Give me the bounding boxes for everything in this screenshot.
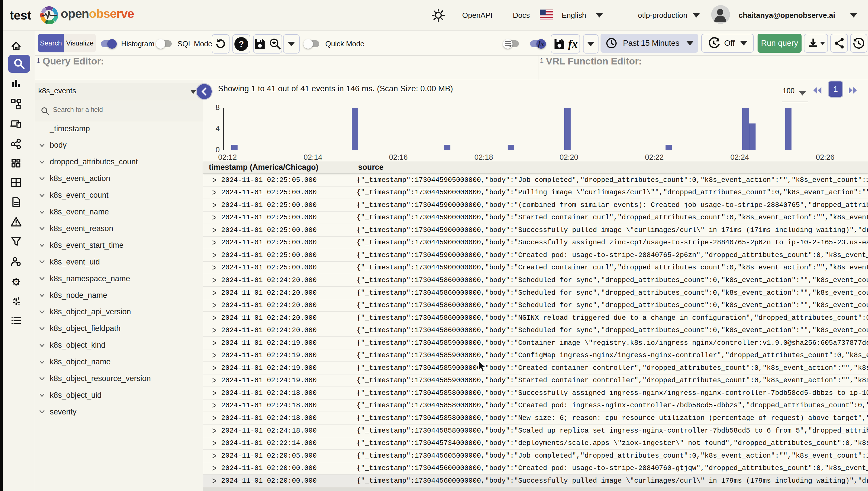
svg-text:?: ? (15, 280, 17, 284)
svg-text:?: ? (239, 39, 244, 49)
